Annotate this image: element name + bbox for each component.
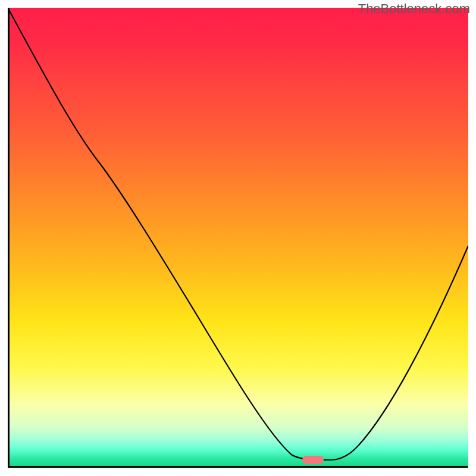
- heatmap-gradient-background: [8, 8, 468, 468]
- chart-container: TheBottleneck.com: [0, 0, 476, 476]
- watermark-text: TheBottleneck.com: [358, 1, 470, 17]
- plot-area: [8, 8, 468, 468]
- optimal-point-marker: [302, 456, 324, 464]
